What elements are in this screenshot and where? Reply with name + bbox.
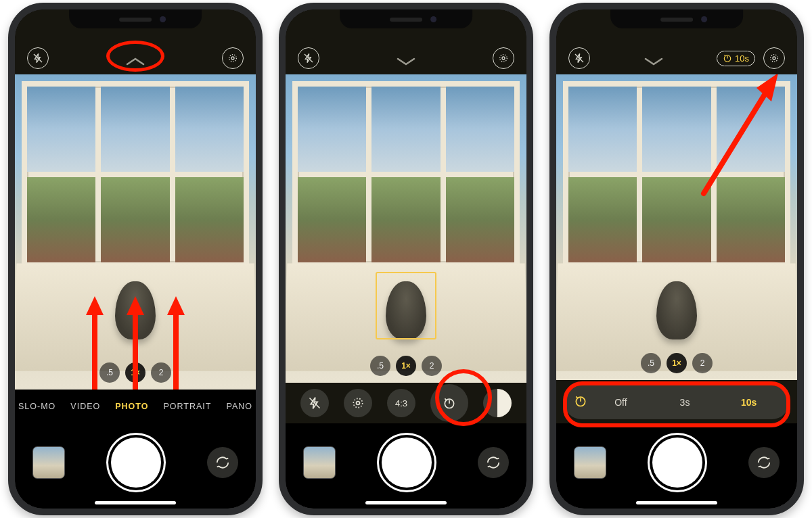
mode-portrait[interactable]: PORTRAIT	[163, 402, 211, 411]
camera-viewfinder[interactable]: .5 1× 2	[556, 74, 797, 380]
mode-slomo[interactable]: SLO-MO	[18, 402, 55, 411]
mode-video[interactable]: VIDEO	[70, 402, 100, 411]
option-filters[interactable]	[483, 389, 512, 417]
timer-indicator-value: 10s	[735, 53, 749, 64]
phone-step-1: .5 1× 2 SLO-MO VIDEO PHOTO PORTRAIT PANO	[8, 3, 263, 515]
option-live[interactable]	[344, 389, 372, 417]
svg-point-13	[357, 402, 360, 405]
switch-camera-button[interactable]	[207, 447, 238, 478]
timer-icon	[574, 394, 587, 410]
shutter-button[interactable]	[382, 438, 432, 488]
home-indicator[interactable]	[365, 501, 447, 504]
switch-camera-icon	[486, 455, 501, 470]
live-photo-toggle[interactable]	[493, 47, 514, 69]
svg-point-10	[502, 57, 505, 60]
zoom-0.5x[interactable]: .5	[370, 356, 390, 376]
shutter-button[interactable]	[652, 438, 702, 488]
timer-option-10s[interactable]: 10s	[718, 397, 780, 408]
shutter-button[interactable]	[111, 438, 161, 488]
switch-camera-icon	[215, 455, 230, 470]
camera-action-bar	[286, 423, 526, 509]
live-photo-toggle[interactable]	[222, 47, 244, 69]
svg-point-11	[500, 55, 508, 62]
flash-off-icon	[308, 396, 321, 410]
flash-toggle[interactable]	[568, 47, 590, 69]
options-chevron-down[interactable]	[640, 54, 667, 69]
flash-toggle[interactable]	[27, 47, 49, 69]
option-flash[interactable]	[300, 389, 329, 417]
timer-option-off[interactable]: Off	[590, 397, 652, 408]
phone-step-3: 10s .5 1× 2	[549, 3, 804, 515]
timer-indicator[interactable]: 10s	[717, 51, 755, 66]
option-aspect[interactable]: 4:3	[387, 389, 415, 417]
camera-action-bar	[556, 423, 797, 509]
timer-option-3s[interactable]: 3s	[654, 397, 716, 408]
camera-mode-strip[interactable]: SLO-MO VIDEO PHOTO PORTRAIT PANO	[15, 390, 256, 423]
svg-point-1	[231, 57, 234, 60]
zoom-0.5x[interactable]: .5	[641, 353, 661, 373]
mode-pano[interactable]: PANO	[226, 402, 252, 411]
live-photo-icon	[498, 53, 509, 64]
svg-point-14	[353, 398, 362, 407]
zoom-2x[interactable]: 2	[151, 362, 171, 383]
last-photo-thumbnail[interactable]	[303, 446, 336, 479]
options-chevron-up[interactable]	[122, 54, 149, 69]
zoom-0.5x[interactable]: .5	[99, 362, 120, 383]
svg-point-19	[771, 55, 778, 62]
flash-off-icon	[574, 53, 585, 64]
live-photo-icon	[227, 53, 238, 64]
svg-point-18	[773, 57, 775, 60]
last-photo-thumbnail[interactable]	[32, 446, 65, 479]
live-photo-icon	[769, 53, 780, 64]
zoom-2x[interactable]: 2	[692, 353, 713, 373]
mode-photo[interactable]: PHOTO	[115, 402, 148, 411]
zoom-1x[interactable]: 1×	[667, 353, 687, 373]
phone-step-2: .5 1× 2 4:3	[279, 3, 533, 515]
camera-viewfinder[interactable]: .5 1× 2	[15, 74, 256, 390]
camera-viewfinder[interactable]: .5 1× 2	[286, 74, 526, 383]
option-timer[interactable]	[430, 384, 468, 422]
live-photo-toggle[interactable]	[763, 47, 785, 69]
home-indicator[interactable]	[95, 501, 176, 504]
camera-option-bar: 4:3	[286, 383, 526, 423]
timer-icon	[723, 53, 732, 63]
switch-camera-icon	[757, 455, 771, 470]
flash-off-icon	[32, 53, 43, 64]
flash-toggle[interactable]	[298, 47, 319, 69]
switch-camera-button[interactable]	[478, 447, 509, 478]
switch-camera-button[interactable]	[748, 447, 780, 478]
camera-action-bar	[15, 423, 256, 509]
zoom-control[interactable]: .5 1× 2	[641, 353, 713, 373]
zoom-2x[interactable]: 2	[422, 356, 442, 376]
zoom-1x[interactable]: 1×	[125, 362, 145, 383]
focus-indicator	[376, 272, 436, 339]
timer-icon	[443, 396, 456, 410]
flash-off-icon	[303, 53, 314, 64]
live-photo-icon	[351, 396, 365, 410]
home-indicator[interactable]	[636, 501, 717, 504]
zoom-1x[interactable]: 1×	[396, 356, 416, 376]
svg-point-2	[229, 55, 237, 62]
zoom-control[interactable]: .5 1× 2	[99, 362, 171, 383]
zoom-control[interactable]: .5 1× 2	[370, 356, 442, 376]
timer-options-row: Off 3s 10s	[564, 385, 789, 419]
last-photo-thumbnail[interactable]	[574, 446, 606, 479]
options-chevron-down[interactable]	[392, 54, 420, 69]
